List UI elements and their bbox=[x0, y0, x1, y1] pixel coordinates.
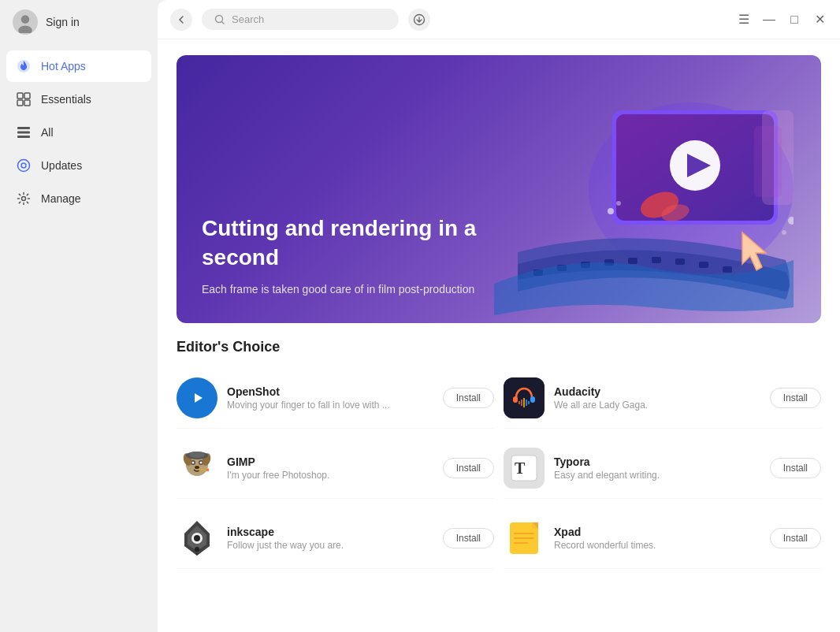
titlebar: Search ☰ — □ ✕ bbox=[158, 0, 840, 39]
svg-point-12 bbox=[22, 197, 26, 201]
svg-rect-10 bbox=[17, 136, 30, 138]
all-icon bbox=[16, 125, 32, 140]
close-button[interactable]: ✕ bbox=[812, 12, 827, 28]
sidebar: Sign in Hot Apps Essentia bbox=[0, 0, 158, 632]
svg-rect-23 bbox=[699, 262, 708, 268]
search-bar[interactable]: Search bbox=[202, 9, 399, 30]
main-content: Search ☰ — □ ✕ Cutting and rendering in … bbox=[158, 0, 840, 632]
sidebar-item-label-all: All bbox=[41, 126, 54, 139]
svg-point-68 bbox=[196, 553, 199, 556]
audacity-desc: We all are Lady Gaga. bbox=[554, 400, 760, 411]
svg-rect-21 bbox=[652, 257, 661, 263]
section-title: Editor's Choice bbox=[177, 339, 821, 355]
sidebar-item-label-essentials: Essentials bbox=[41, 93, 91, 106]
openshot-info: OpenShot Moving your finger to fall in l… bbox=[227, 385, 433, 411]
openshot-name: OpenShot bbox=[227, 385, 433, 398]
hero-content: Cutting and rendering in a second Each f… bbox=[177, 189, 531, 323]
inkscape-icon bbox=[177, 518, 217, 559]
app-card-openshot: OpenShot Moving your finger to fall in l… bbox=[177, 368, 494, 429]
svg-rect-22 bbox=[675, 258, 685, 265]
manage-icon bbox=[16, 191, 32, 206]
minimize-button[interactable]: — bbox=[761, 12, 777, 28]
sidebar-item-hot-apps[interactable]: Hot Apps bbox=[6, 50, 151, 82]
user-section[interactable]: Sign in bbox=[0, 0, 158, 44]
window-controls: ☰ — □ ✕ bbox=[736, 12, 827, 28]
svg-rect-5 bbox=[24, 93, 30, 99]
menu-button[interactable]: ☰ bbox=[736, 12, 752, 28]
svg-point-51 bbox=[192, 462, 195, 464]
titlebar-left: Search bbox=[170, 9, 430, 31]
hero-svg bbox=[494, 63, 794, 315]
search-icon bbox=[214, 14, 225, 25]
svg-point-57 bbox=[189, 452, 205, 458]
inkscape-desc: Follow just the way you are. bbox=[227, 540, 433, 551]
gimp-name: GIMP bbox=[227, 455, 433, 468]
sidebar-item-manage[interactable]: Manage bbox=[6, 183, 151, 214]
typora-info: Typora Easy and elegant writing. bbox=[554, 455, 760, 481]
svg-point-1 bbox=[21, 15, 30, 24]
inkscape-name: inkscape bbox=[227, 526, 433, 538]
hot-apps-icon bbox=[16, 58, 32, 74]
svg-point-53 bbox=[195, 466, 199, 469]
sidebar-item-label-updates: Updates bbox=[41, 159, 82, 172]
xpad-install-button[interactable]: Install bbox=[770, 528, 821, 548]
sidebar-item-essentials[interactable]: Essentials bbox=[6, 84, 151, 115]
xpad-info: Xpad Record wonderful times. bbox=[554, 526, 760, 551]
maximize-button[interactable]: □ bbox=[786, 12, 802, 28]
app-card-xpad: Xpad Record wonderful times. Install bbox=[504, 508, 821, 569]
gimp-install-button[interactable]: Install bbox=[443, 458, 494, 478]
app-card-typora: T Typora Easy and elegant writing. Insta… bbox=[504, 438, 821, 499]
svg-point-66 bbox=[194, 535, 200, 541]
svg-marker-39 bbox=[195, 393, 203, 403]
svg-rect-20 bbox=[628, 258, 637, 264]
content-area: Cutting and rendering in a second Each f… bbox=[158, 39, 840, 632]
back-button[interactable] bbox=[170, 9, 192, 31]
svg-rect-59 bbox=[206, 469, 209, 472]
typora-desc: Easy and elegant writing. bbox=[554, 470, 760, 481]
audacity-name: Audacity bbox=[554, 385, 760, 398]
xpad-name: Xpad bbox=[554, 526, 760, 538]
openshot-desc: Moving your finger to fall in love with … bbox=[227, 400, 433, 411]
svg-rect-38 bbox=[754, 126, 782, 197]
apps-grid: OpenShot Moving your finger to fall in l… bbox=[177, 368, 821, 569]
xpad-icon bbox=[504, 518, 545, 559]
svg-rect-9 bbox=[17, 132, 30, 134]
svg-rect-24 bbox=[723, 266, 732, 273]
app-card-gimp: GIMP I'm your free Photoshop. Install bbox=[177, 438, 494, 499]
openshot-icon bbox=[177, 377, 217, 418]
hero-banner: Cutting and rendering in a second Each f… bbox=[177, 55, 821, 323]
app-card-inkscape: inkscape Follow just the way you are. In… bbox=[177, 508, 494, 569]
svg-rect-42 bbox=[530, 396, 535, 403]
svg-rect-8 bbox=[17, 127, 30, 129]
essentials-icon bbox=[16, 91, 32, 107]
typora-install-button[interactable]: Install bbox=[770, 458, 821, 478]
gimp-icon bbox=[177, 448, 217, 489]
typora-name: Typora bbox=[554, 455, 760, 468]
sidebar-item-all[interactable]: All bbox=[6, 117, 151, 148]
svg-point-32 bbox=[788, 217, 794, 225]
sidebar-item-label-hot-apps: Hot Apps bbox=[41, 60, 86, 72]
svg-point-33 bbox=[782, 230, 786, 235]
avatar bbox=[13, 9, 38, 35]
typora-icon: T bbox=[504, 448, 545, 489]
svg-point-52 bbox=[200, 462, 203, 464]
svg-point-11 bbox=[18, 160, 30, 172]
svg-rect-41 bbox=[513, 396, 518, 403]
audacity-icon bbox=[504, 377, 545, 418]
editors-choice-section: Editor's Choice OpenShot Moving your fin… bbox=[177, 339, 821, 569]
sidebar-item-updates[interactable]: Updates bbox=[6, 150, 151, 181]
search-placeholder: Search bbox=[232, 13, 264, 25]
hero-title: Cutting and rendering in a second bbox=[202, 214, 506, 272]
hero-subtitle: Each frame is taken good care of in film… bbox=[202, 281, 506, 298]
gimp-desc: I'm your free Photoshop. bbox=[227, 470, 433, 481]
svg-rect-6 bbox=[17, 100, 23, 106]
openshot-install-button[interactable]: Install bbox=[443, 388, 494, 408]
svg-rect-7 bbox=[24, 100, 30, 106]
sidebar-item-label-manage: Manage bbox=[41, 192, 81, 205]
audacity-install-button[interactable]: Install bbox=[770, 388, 821, 408]
audacity-info: Audacity We all are Lady Gaga. bbox=[554, 385, 760, 411]
download-button[interactable] bbox=[408, 9, 430, 31]
nav-items: Hot Apps Essentials bbox=[0, 44, 158, 221]
inkscape-info: inkscape Follow just the way you are. bbox=[227, 526, 433, 551]
inkscape-install-button[interactable]: Install bbox=[443, 528, 494, 548]
